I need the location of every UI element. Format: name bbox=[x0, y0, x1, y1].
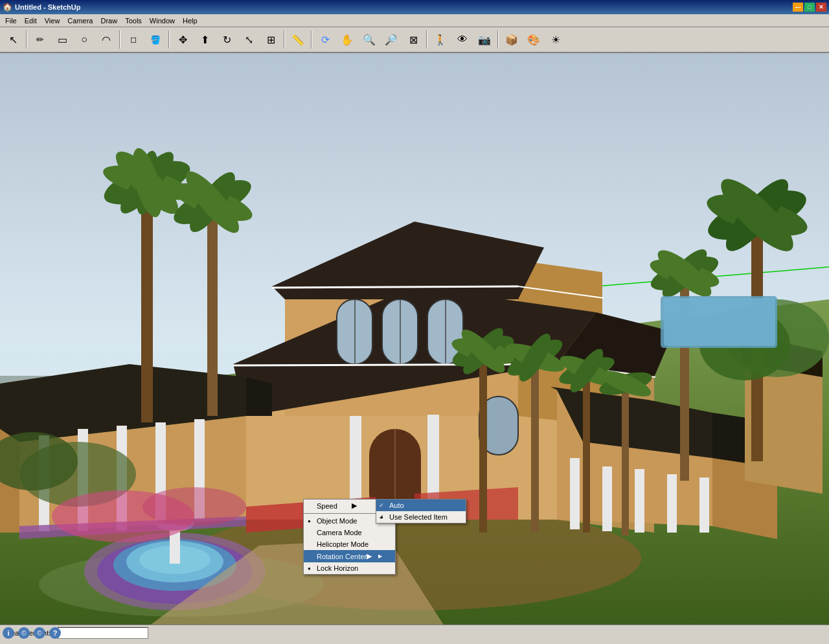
svg-rect-81 bbox=[583, 371, 590, 533]
menu-view[interactable]: View bbox=[41, 14, 64, 27]
tool-rectangle[interactable]: ▭ bbox=[52, 29, 73, 50]
context-menu-rotation-center[interactable]: Rotation Center ▶ bbox=[304, 550, 395, 562]
svg-rect-103 bbox=[664, 298, 775, 346]
tool-pushpull[interactable]: ⬆ bbox=[194, 29, 215, 50]
menu-help[interactable]: Help bbox=[179, 14, 201, 27]
tool-tape[interactable]: 📏 bbox=[288, 29, 308, 50]
menu-camera[interactable]: Camera bbox=[63, 14, 97, 27]
svg-rect-49 bbox=[602, 466, 612, 531]
creative-commons-icon[interactable]: © bbox=[18, 627, 30, 639]
svg-rect-48 bbox=[570, 458, 580, 529]
tool-rotate[interactable]: ↻ bbox=[216, 29, 237, 50]
tool-erase[interactable]: ◻ bbox=[123, 29, 144, 50]
svg-marker-38 bbox=[246, 377, 272, 416]
status-bar: i © © ? Measurements bbox=[0, 625, 829, 640]
tool-circle[interactable]: ○ bbox=[74, 29, 95, 50]
toolbar-separator-5 bbox=[311, 30, 312, 49]
maximize-button[interactable]: □ bbox=[804, 3, 815, 12]
submenu-auto[interactable]: ✓ Auto bbox=[376, 500, 466, 511]
svg-rect-85 bbox=[622, 384, 629, 536]
title-bar: 🏠 Untitled - SketchUp — □ ✕ bbox=[0, 0, 829, 14]
app-title: Untitled - SketchUp bbox=[15, 3, 80, 11]
tool-zoom-out[interactable]: 🔎 bbox=[381, 29, 402, 50]
svg-rect-77 bbox=[531, 358, 539, 533]
tool-paint[interactable]: 🪣 bbox=[145, 29, 166, 50]
tool-zoom-in[interactable]: 🔍 bbox=[359, 29, 380, 50]
tool-position-camera[interactable]: 📷 bbox=[474, 29, 495, 50]
svg-rect-60 bbox=[141, 183, 153, 422]
svg-line-31 bbox=[233, 364, 557, 365]
tool-orbit[interactable]: ⟳ bbox=[315, 29, 335, 50]
context-menu-camera-mode[interactable]: Camera Mode bbox=[304, 527, 395, 538]
toolbar-separator-4 bbox=[284, 30, 285, 49]
tool-scale[interactable]: ⤡ bbox=[238, 29, 259, 50]
bottom-icons: i © © ? bbox=[3, 627, 61, 639]
app-icon: 🏠 bbox=[3, 3, 12, 12]
toolbar-separator-1 bbox=[26, 30, 27, 49]
toolbar: ↖ ✏ ▭ ○ ◠ ◻ 🪣 ✥ ⬆ ↻ ⤡ ⊞ 📏 ⟳ ✋ 🔍 🔎 ⊠ 🚶 👁 … bbox=[0, 27, 829, 53]
measurements-input[interactable] bbox=[58, 627, 148, 639]
titlebar-left: 🏠 Untitled - SketchUp bbox=[3, 3, 80, 12]
tool-walkaround[interactable]: 🚶 bbox=[430, 29, 451, 50]
tool-components[interactable]: 📦 bbox=[501, 29, 522, 50]
svg-point-106 bbox=[142, 487, 246, 526]
svg-rect-67 bbox=[207, 202, 218, 416]
scene-svg bbox=[0, 53, 829, 640]
svg-rect-52 bbox=[699, 477, 709, 533]
svg-line-33 bbox=[272, 286, 518, 288]
tool-shadows[interactable]: ☀ bbox=[545, 29, 566, 50]
minimize-button[interactable]: — bbox=[793, 3, 803, 12]
menu-bar: File Edit View Camera Draw Tools Window … bbox=[0, 14, 829, 27]
tool-select[interactable]: ↖ bbox=[3, 29, 23, 50]
context-menu-lock-horizon[interactable]: Lock Horizon bbox=[304, 562, 395, 574]
menu-tools[interactable]: Tools bbox=[121, 14, 146, 27]
tool-pencil[interactable]: ✏ bbox=[30, 29, 51, 50]
menu-draw[interactable]: Draw bbox=[97, 14, 121, 27]
close-button[interactable]: ✕ bbox=[816, 3, 826, 12]
attribution-icon[interactable]: © bbox=[34, 627, 45, 639]
toolbar-separator-3 bbox=[168, 30, 170, 49]
svg-rect-50 bbox=[635, 469, 644, 533]
tool-offset[interactable]: ⊞ bbox=[260, 29, 281, 50]
help-icon[interactable]: ? bbox=[49, 627, 61, 639]
svg-rect-72 bbox=[479, 351, 487, 533]
toolbar-separator-2 bbox=[119, 30, 120, 49]
window-controls: — □ ✕ bbox=[793, 3, 826, 12]
menu-edit[interactable]: Edit bbox=[21, 14, 41, 27]
submenu-use-selected-item[interactable]: ✓ Use Selected Item bbox=[376, 511, 466, 523]
submenu-rotation-center: ✓ Auto ✓ Use Selected Item bbox=[376, 499, 466, 523]
menu-window[interactable]: Window bbox=[146, 14, 179, 27]
info-icon[interactable]: i bbox=[3, 627, 14, 639]
tool-move[interactable]: ✥ bbox=[172, 29, 193, 50]
context-menu-helicopter-mode[interactable]: Helicopter Mode bbox=[304, 538, 395, 550]
toolbar-separator-7 bbox=[497, 30, 499, 49]
viewport[interactable]: Speed ▶ Object Mode Camera Mode Helicopt… bbox=[0, 53, 829, 640]
tool-arc[interactable]: ◠ bbox=[96, 29, 117, 50]
tool-materials[interactable]: 🎨 bbox=[523, 29, 544, 50]
tool-pan[interactable]: ✋ bbox=[337, 29, 358, 50]
menu-file[interactable]: File bbox=[1, 14, 21, 27]
svg-rect-51 bbox=[667, 474, 677, 533]
toolbar-separator-6 bbox=[426, 30, 427, 49]
tool-zoom-ext[interactable]: ⊠ bbox=[403, 29, 424, 50]
tool-lookaround[interactable]: 👁 bbox=[452, 29, 473, 50]
